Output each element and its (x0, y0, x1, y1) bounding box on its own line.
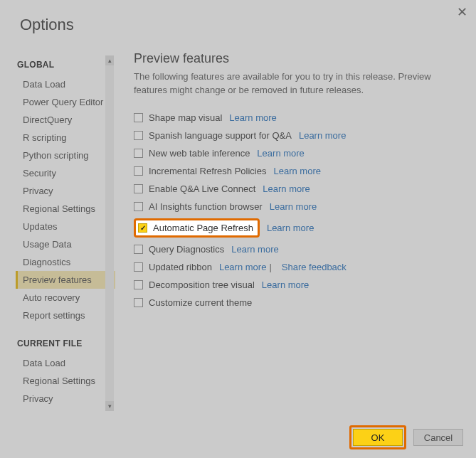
feature-checkbox[interactable] (134, 245, 143, 254)
share-feedback-link[interactable]: Share feedback (282, 262, 347, 272)
feature-row: Decomposition tree visualLearn more (134, 276, 460, 294)
feature-checkbox[interactable] (134, 184, 143, 193)
feature-label: Incremental Refresh Policies (149, 166, 266, 176)
sidebar-item[interactable]: Auto recovery (16, 289, 115, 307)
feature-checkbox[interactable] (134, 131, 143, 140)
sidebar-section-header: GLOBAL (16, 55, 115, 75)
sidebar-item[interactable]: Updates (16, 218, 115, 235)
feature-checkbox[interactable] (138, 223, 147, 233)
sidebar-item[interactable]: Power Query Editor (16, 93, 115, 111)
learn-more-link[interactable]: Learn more (299, 130, 346, 141)
feature-row: Query DiagnosticsLearn more (134, 240, 460, 258)
sidebar-item[interactable]: Preview features (16, 271, 115, 289)
learn-more-link[interactable]: Learn more (267, 223, 314, 233)
feature-row: Enable Q&A Live ConnectLearn more (134, 180, 460, 198)
sidebar-item[interactable]: Report settings (16, 307, 115, 324)
options-dialog: ✕ Options GLOBALData LoadPower Query Edi… (0, 0, 476, 458)
sidebar-item[interactable]: Data Load (16, 75, 115, 93)
learn-more-link[interactable]: Learn more (262, 279, 309, 290)
sidebar-item[interactable]: Security (16, 164, 115, 182)
sidebar-item[interactable]: Privacy (16, 182, 115, 200)
sidebar-item[interactable]: R scripting (16, 129, 115, 147)
sidebar-item[interactable]: DirectQuery (16, 111, 115, 129)
learn-more-link[interactable]: Learn more (263, 183, 310, 194)
dialog-title: Options (20, 16, 74, 34)
ok-highlight: OK (349, 425, 406, 449)
dialog-footer: OK Cancel (349, 425, 463, 449)
feature-label: Spanish language support for Q&A (149, 130, 292, 141)
scroll-up-icon[interactable]: ▴ (105, 55, 114, 65)
sidebar-item[interactable]: Python scripting (16, 147, 115, 164)
feature-row: Automatic Page RefreshLearn more (134, 215, 460, 240)
learn-more-link[interactable]: Learn more (229, 112, 276, 123)
feature-checkbox[interactable] (134, 280, 143, 289)
feature-row: AI Insights function browserLearn more (134, 198, 460, 215)
sidebar-item[interactable]: Usage Data (16, 235, 115, 253)
feature-label: New web table inference (149, 148, 250, 159)
ok-button[interactable]: OK (353, 429, 403, 446)
feature-row: Shape map visualLearn more (134, 109, 460, 127)
feature-label: Customize current theme (149, 297, 252, 308)
scroll-down-icon[interactable]: ▾ (105, 401, 114, 411)
close-icon[interactable]: ✕ (455, 4, 469, 18)
feature-highlight: Automatic Page Refresh (134, 218, 260, 238)
feature-checkbox[interactable] (134, 166, 143, 176)
sidebar: GLOBALData LoadPower Query EditorDirectQ… (16, 55, 115, 411)
sidebar-item[interactable]: Auto recovery (16, 408, 115, 411)
feature-row: New web table inferenceLearn more (134, 144, 460, 162)
feature-row: Spanish language support for Q&ALearn mo… (134, 127, 460, 144)
learn-more-link[interactable]: Learn more (231, 244, 278, 255)
sidebar-item[interactable]: Diagnostics (16, 253, 115, 271)
separator: | (269, 262, 271, 272)
sidebar-item[interactable]: Privacy (16, 390, 115, 408)
sidebar-item[interactable]: Regional Settings (16, 200, 115, 218)
page-title: Preview features (134, 51, 460, 66)
feature-label: Automatic Page Refresh (153, 223, 253, 233)
learn-more-link[interactable]: Learn more (219, 262, 266, 272)
learn-more-link[interactable]: Learn more (270, 201, 317, 212)
feature-label: Enable Q&A Live Connect (149, 183, 255, 194)
learn-more-link[interactable]: Learn more (273, 166, 320, 176)
page-description: The following features are available for… (134, 70, 460, 97)
cancel-button[interactable]: Cancel (413, 429, 463, 446)
feature-checkbox[interactable] (134, 202, 143, 211)
sidebar-section-header: CURRENT FILE (16, 334, 115, 354)
feature-row: Incremental Refresh PoliciesLearn more (134, 162, 460, 180)
main-panel: Preview features The following features … (134, 51, 460, 415)
learn-more-link[interactable]: Learn more (257, 148, 304, 159)
feature-checkbox[interactable] (134, 298, 143, 307)
feature-checkbox[interactable] (134, 149, 143, 158)
feature-row: Customize current theme (134, 294, 460, 311)
feature-label: Updated ribbon (149, 262, 212, 272)
feature-checkbox[interactable] (134, 262, 143, 272)
feature-row: Updated ribbonLearn more|Share feedback (134, 258, 460, 276)
feature-label: Query Diagnostics (149, 244, 224, 255)
sidebar-item[interactable]: Data Load (16, 354, 115, 372)
sidebar-item[interactable]: Regional Settings (16, 372, 115, 390)
sidebar-scrollbar[interactable]: ▴ ▾ (105, 55, 114, 411)
feature-label: AI Insights function browser (149, 201, 263, 212)
feature-label: Shape map visual (149, 112, 222, 123)
feature-label: Decomposition tree visual (149, 279, 255, 290)
feature-checkbox[interactable] (134, 113, 143, 122)
